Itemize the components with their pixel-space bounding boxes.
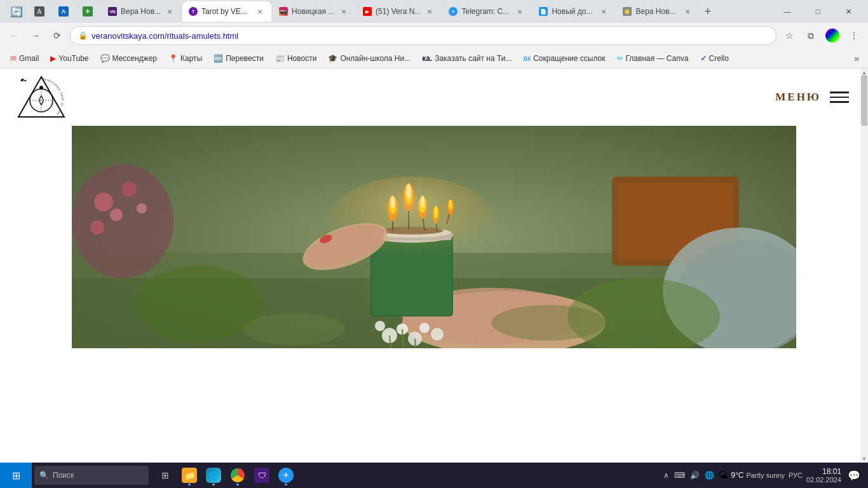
edge-button[interactable]: 🌐 [202,463,225,488]
tray-network[interactable]: 🌐 [705,471,714,480]
start-button[interactable]: ⊞ [0,463,32,488]
taskbar-icons: ⊞ 📁 🌐 🛡 ✈ [154,463,297,488]
telegram-indicator [285,484,287,485]
tab-7-favicon: 📷 [279,7,288,16]
scroll-down-arrow[interactable]: ▼ [860,455,868,463]
taskbar-clock[interactable]: 18:01 02.02.2024 [806,467,841,484]
tab-11-favicon: 🌟 [623,7,632,16]
svg-point-65 [243,313,345,345]
bookmark-youtube-label: YouTube [58,54,88,63]
taskbar-right: ∧ ⌨ 🔊 🌐 🌤 9°C Partly sunny РУС 18:01 02.… [663,466,868,484]
taskbar-search[interactable]: 🔍 Поиск [34,466,149,485]
extensions-button[interactable]: ⋮ [845,27,863,44]
split-view-button[interactable]: ⧉ [802,27,820,44]
tray-volume[interactable]: 🔊 [690,471,700,480]
vpn-button[interactable]: 🛡 [250,463,273,488]
tab-10[interactable]: 📄 Новый до... ✕ [532,1,615,22]
tab-4[interactable]: + [78,1,100,22]
tab-2[interactable]: A [29,1,52,22]
tab-10-title: Новый до... [552,7,595,16]
tab-6-close[interactable]: ✕ [255,6,265,17]
forward-button[interactable]: → [27,27,44,44]
tab-bar: 🔄 A A + VN Вера Нов... ✕ T Tarot by VE..… [5,1,773,22]
bookmarks-more-button[interactable]: » [850,51,863,65]
tab-5-close[interactable]: ✕ [165,6,175,17]
school-favicon: 🎓 [328,54,337,63]
weather-icon: 🌤 [718,470,728,481]
tab-7-close[interactable]: ✕ [339,6,349,17]
tab-1[interactable]: 🔄 [5,1,28,22]
file-explorer-icon: 📁 [182,468,197,483]
site-logo[interactable]: THE NOVITSKAYA · TAROT · BY · VERA · [13,72,70,123]
tab-6[interactable]: T Tarot by VE... ✕ [182,1,271,22]
tab-8-close[interactable]: ✕ [424,6,435,17]
window-controls: — □ ✕ [773,1,863,22]
address-bar-area: ← → ⟳ 🔒 veranovitskaya.com/rituals-amule… [0,23,868,48]
tab-6-favicon: T [189,7,198,16]
reload-button[interactable]: ⟳ [48,27,66,44]
telegram-taskbar-button[interactable]: ✈ [275,463,297,488]
bookmark-shortener[interactable]: вк Сокращение ссылок [519,52,611,65]
bookmark-maps[interactable]: 📍 Карты [163,52,207,65]
scrollbar[interactable]: ▲ ▼ [860,69,868,463]
svg-point-59 [375,321,385,331]
svg-point-12 [121,182,137,197]
chrome-button[interactable] [226,463,249,488]
maximize-button[interactable]: □ [803,1,832,22]
language-indicator[interactable]: РУС [789,471,803,479]
bookmark-canva-label: Главная — Canva [626,54,689,63]
bookmark-maps-label: Карты [180,54,202,63]
tab-5[interactable]: VN Вера Нов... ✕ [102,1,181,22]
tab-3[interactable]: A [53,1,76,22]
close-button[interactable]: ✕ [834,1,863,22]
svg-point-15 [90,220,104,234]
file-explorer-button[interactable]: 📁 [178,463,201,488]
bookmark-star-button[interactable]: ☆ [780,27,798,44]
tab-9[interactable]: ✈ Telegram: С... ✕ [442,1,531,22]
bookmarks-bar: ✉ Gmail ▶ YouTube 💬 Мессенджер 📍 Карты 🔤… [0,48,868,69]
scrollbar-thumb[interactable] [861,75,867,126]
bookmark-school-label: Онлайн-школа Ни... [340,54,410,63]
tab-10-close[interactable]: ✕ [599,6,609,17]
site-menu-button[interactable]: МЕНЮ [775,91,849,104]
gmail-favicon: ✉ [10,54,17,63]
new-tab-button[interactable]: + [700,5,715,18]
notification-button[interactable]: 💬 [845,466,863,484]
tab-7[interactable]: 📷 Новицкая ... ✕ [273,1,355,22]
bookmark-messenger-label: Мессенджер [112,54,157,63]
tab-10-favicon: 📄 [539,7,548,16]
tab-11-title: Вера Нов... [635,7,679,16]
bookmark-youtube[interactable]: ▶ YouTube [45,52,93,65]
minimize-button[interactable]: — [773,1,802,22]
bookmark-translate[interactable]: 🔤 Перевести [208,52,269,65]
maps-favicon: 📍 [168,54,178,63]
svg-line-62 [415,339,416,348]
bookmark-tilda[interactable]: кa. Заказать сайт на Ти... [417,52,517,65]
tab-11-close[interactable]: ✕ [682,6,693,17]
weather-widget[interactable]: 🌤 9°C Partly sunny [718,470,785,481]
svg-point-3 [21,79,22,80]
bookmark-news[interactable]: 📰 Новости [270,52,322,65]
task-view-icon: ⊞ [158,468,173,483]
news-favicon: 📰 [275,54,285,63]
bookmark-school[interactable]: 🎓 Онлайн-школа Ни... [323,52,416,65]
tab-8-title: (51) Vera N... [376,7,421,16]
site-header: THE NOVITSKAYA · TAROT · BY · VERA · МЕН… [0,69,868,126]
tray-up-arrow[interactable]: ∧ [663,471,669,480]
tab-11[interactable]: 🌟 Вера Нов... ✕ [616,1,699,22]
tilda-favicon: кa. [422,54,432,63]
tab-5-title: Вера Нов... [121,7,161,16]
task-view-button[interactable]: ⊞ [154,463,177,488]
back-button[interactable]: ← [5,27,23,44]
bookmark-crello[interactable]: ✓ Crello [695,52,734,65]
bookmark-messenger[interactable]: 💬 Мессенджер [95,52,162,65]
tab-8[interactable]: ▶ (51) Vera N... ✕ [356,1,441,22]
address-bar[interactable]: 🔒 veranovitskaya.com/rituals-amulets.htm… [70,26,776,45]
bookmark-gmail[interactable]: ✉ Gmail [5,52,44,65]
tab-9-close[interactable]: ✕ [515,6,525,17]
bookmark-crello-label: Crello [709,54,729,63]
bookmark-canva[interactable]: ✏ Главная — Canva [612,52,694,65]
profile-button[interactable] [824,27,841,44]
tray-keyboard[interactable]: ⌨ [674,471,685,480]
tab-6-title: Tarot by VE... [201,7,251,16]
